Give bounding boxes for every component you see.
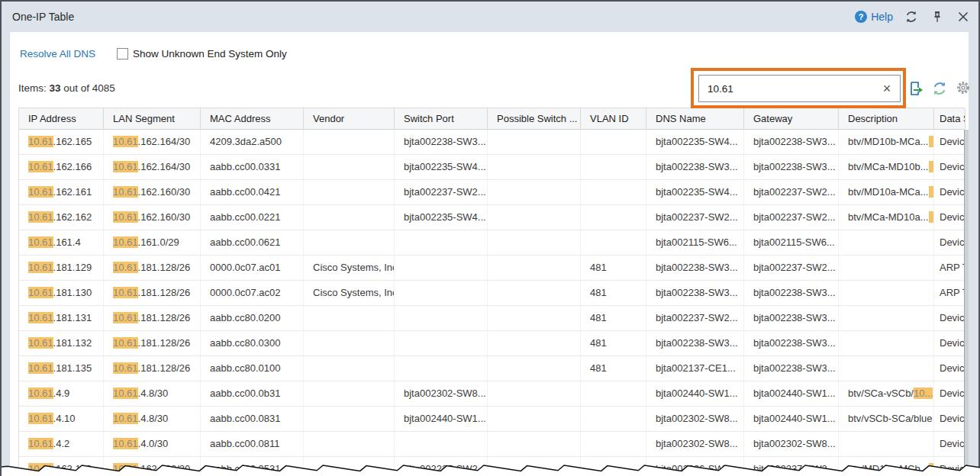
refresh-table-icon[interactable]	[931, 80, 948, 97]
cell-ip-address: 10.61.162.161	[19, 180, 104, 204]
column-header-lan-segment[interactable]: LAN Segment	[104, 108, 201, 129]
cell-data-source: Device	[934, 230, 965, 255]
search-input[interactable]	[699, 76, 900, 101]
cell-possible-switch	[488, 130, 581, 154]
table-row[interactable]: 10.61.161.410.61.161.0/29aabb.cc00.0621b…	[19, 230, 965, 256]
cell-switch-port: bjta002238-SW3...	[395, 130, 488, 154]
help-button[interactable]: ? Help	[855, 11, 893, 23]
show-unknown-checkbox[interactable]	[117, 48, 128, 60]
cell-lan-segment: 10.61.162.160/30	[104, 205, 201, 230]
cell-vlan-id	[581, 407, 646, 431]
cell-gateway: bjta002440-SW1...	[744, 407, 839, 431]
items-count-status: Items: 33 out of 4085	[18, 82, 115, 94]
cell-vendor	[304, 381, 395, 406]
cell-gateway: bjta002238-SW3...	[744, 281, 839, 305]
cell-ip-address: 10.61.181.135	[19, 356, 104, 381]
cell-vendor	[304, 432, 395, 456]
cell-mac-address: aabb.cc80.0100	[201, 356, 304, 381]
column-header-switch-port[interactable]: Switch Port	[395, 108, 488, 129]
column-header-vendor[interactable]: Vendor	[304, 108, 395, 129]
cell-possible-switch	[488, 281, 581, 305]
cell-ip-address: 10.61.162.162	[19, 205, 104, 230]
settings-gear-icon[interactable]	[956, 80, 972, 97]
cell-gateway: bjta002440-SW1...	[744, 381, 839, 406]
cell-switch-port: bjta002302-SW8...	[395, 381, 488, 406]
cell-vlan-id: 481	[581, 306, 646, 330]
titlebar: One-IP Table ? Help	[2, 2, 978, 32]
cell-mac-address: aabb.cc00.0811	[201, 432, 304, 456]
refresh-icon[interactable]	[904, 9, 919, 24]
cell-possible-switch	[488, 306, 581, 330]
search-field-container: ×	[698, 75, 901, 102]
cell-possible-switch	[488, 407, 581, 431]
cell-lan-segment: 10.61.162.160/30	[104, 180, 201, 204]
table-row[interactable]: 10.61.181.13010.61.181.128/260000.0c07.a…	[19, 281, 965, 306]
table-row[interactable]: 10.61.4.210.61.4.0/30aabb.cc00.0811bjta0…	[19, 432, 965, 457]
clear-search-icon[interactable]: ×	[878, 79, 895, 98]
cell-lan-segment: 10.61.162.168/30	[104, 457, 201, 476]
table-row[interactable]: 10.61.181.13110.61.181.128/26aabb.cc80.0…	[19, 306, 965, 331]
table-row[interactable]: 10.61.4.1010.61.4.8/30aabb.cc00.0831bjta…	[19, 407, 965, 432]
pin-icon[interactable]	[930, 9, 945, 24]
cell-ip-address: 10.61.4.2	[19, 432, 104, 456]
cell-gateway: bjta002238-SW3...	[744, 356, 839, 381]
one-ip-table-window: One-IP Table ? Help	[0, 0, 980, 476]
column-header-mac-address[interactable]: MAC Address	[201, 108, 304, 129]
cell-description	[839, 306, 934, 330]
cell-description	[839, 356, 934, 381]
cell-data-source: ARP Ta	[934, 256, 965, 280]
cell-vendor	[304, 306, 395, 330]
cell-data-source: ARP Ta	[934, 281, 965, 305]
cell-switch-port: bjta002440-SW1...	[395, 407, 488, 431]
column-header-vlan-id[interactable]: VLAN ID	[581, 108, 646, 129]
table-header-row: IP AddressLAN SegmentMAC AddressVendorSw…	[19, 108, 965, 130]
table-row[interactable]: 10.61.162.16510.61.162.164/304209.3da2.a…	[19, 130, 965, 155]
show-unknown-checkbox-label: Show Unknown End System Only	[133, 48, 287, 60]
cell-lan-segment: 10.61.4.0/30	[104, 432, 201, 456]
cell-possible-switch	[488, 457, 581, 476]
column-header-gateway[interactable]: Gateway	[744, 108, 839, 129]
table-row[interactable]: 10.61.181.13210.61.181.128/26aabb.cc80.0…	[19, 331, 965, 356]
cell-vlan-id: 481	[581, 256, 646, 280]
cell-vlan-id: 481	[581, 281, 646, 305]
column-header-possible-switch[interactable]: Possible Switch ...	[488, 108, 581, 129]
column-header-ip-address[interactable]: IP Address	[19, 108, 104, 129]
cell-vendor	[304, 457, 395, 476]
vertical-scrollbar[interactable]	[964, 130, 969, 476]
cell-vlan-id: 481	[581, 356, 646, 381]
items-count: 33	[50, 82, 61, 94]
cell-vlan-id	[581, 205, 646, 230]
cell-switch-port: bjta002237-SW2...	[395, 180, 488, 204]
cell-data-source: Device	[934, 432, 965, 456]
cell-ip-address: 10.61.181.131	[19, 306, 104, 330]
table-row[interactable]: 10.61.4.910.61.4.8/30aabb.cc00.0b31bjta0…	[19, 381, 965, 407]
cell-possible-switch	[488, 155, 581, 179]
help-icon: ?	[855, 11, 867, 23]
cell-dns-name: bjta002238-SW3...	[646, 331, 744, 355]
cell-gateway: bjta002238-SW3...	[744, 155, 839, 179]
table-row[interactable]: 10.61.162.16210.61.162.160/30aabb.cc00.0…	[19, 205, 965, 230]
table-row[interactable]: 10.61.162.16610.61.162.164/30aabb.cc00.0…	[19, 155, 965, 180]
cell-vlan-id: 481	[581, 331, 646, 355]
cell-switch-port: bjta002235-SW4...	[395, 205, 488, 230]
cell-switch-port	[395, 306, 488, 330]
cell-ip-address: 10.61.162.166	[19, 155, 104, 179]
cell-description	[839, 331, 934, 355]
table-row[interactable]: 10.61.162.16110.61.162.160/30aabb.cc00.0…	[19, 180, 965, 205]
cell-dns-name: bjta002237-SW2...	[646, 205, 744, 230]
cell-mac-address: aabb.cc00.0421	[201, 180, 304, 204]
resolve-all-dns-link[interactable]: Resolve All DNS	[20, 48, 95, 60]
column-header-dns-name[interactable]: DNS Name	[646, 108, 744, 129]
cell-dns-name: bjta002235-SW4...	[646, 130, 744, 154]
export-icon[interactable]	[907, 80, 924, 97]
cell-description: btv/MCa-MD10b...	[839, 155, 934, 179]
close-icon[interactable]	[956, 9, 971, 24]
column-header-description[interactable]: Description	[839, 108, 934, 129]
column-header-data-s[interactable]: Data S	[934, 108, 965, 129]
table-row[interactable]: 10.61.162.16910.61.162.168/30aabb.cc00.0…	[19, 457, 965, 476]
cell-description: btv/SCa-vSCb/10...	[839, 381, 934, 406]
cell-description	[839, 256, 934, 280]
cell-vlan-id	[581, 155, 646, 179]
table-row[interactable]: 10.61.181.12910.61.181.128/260000.0c07.a…	[19, 256, 965, 281]
table-row[interactable]: 10.61.181.13510.61.181.128/26aabb.cc80.0…	[19, 356, 965, 381]
